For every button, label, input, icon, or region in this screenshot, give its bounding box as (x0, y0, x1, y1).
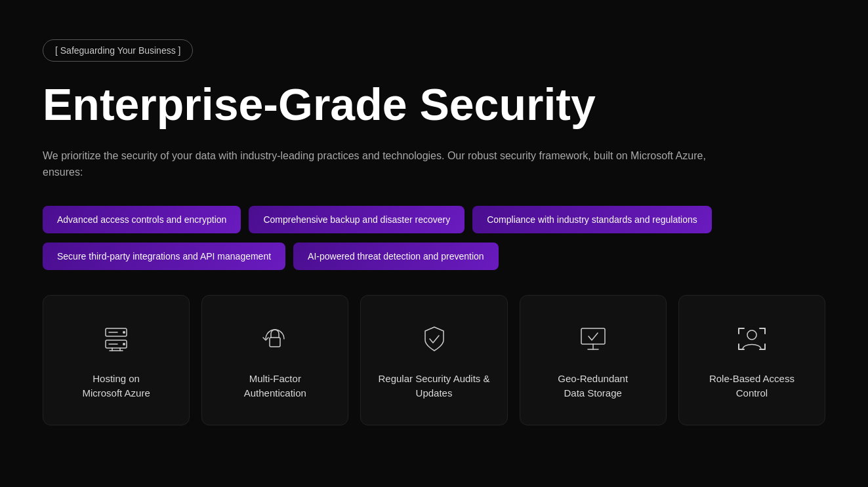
svg-rect-10 (581, 328, 605, 344)
card-mfa-label: Multi-FactorAuthentication (244, 372, 306, 401)
badge: [ Safeguarding Your Business ] (43, 39, 193, 62)
card-geo: Geo-RedundantData Storage (520, 295, 667, 425)
tag-compliance: Compliance with industry standards and r… (472, 206, 712, 233)
server-icon (99, 322, 133, 356)
card-azure: Hosting onMicrosoft Azure (43, 295, 190, 425)
card-geo-label: Geo-RedundantData Storage (558, 372, 628, 401)
tags-row-1: Advanced access controls and encryption … (43, 206, 825, 233)
svg-point-13 (747, 330, 756, 340)
svg-point-2 (123, 331, 125, 334)
tag-ai: AI-powered threat detection and preventi… (293, 243, 499, 270)
user-scan-icon (735, 322, 769, 356)
monitor-check-icon (576, 322, 610, 356)
svg-point-3 (123, 343, 125, 345)
svg-rect-9 (270, 338, 280, 347)
card-mfa: Multi-FactorAuthentication (201, 295, 348, 425)
card-rbac: Role-Based AccessControl (678, 295, 825, 425)
card-azure-label: Hosting onMicrosoft Azure (82, 372, 150, 401)
card-audits-label: Regular Security Audits &Updates (378, 372, 489, 401)
page-title: Enterprise-Grade Security (43, 80, 825, 129)
lock-rotate-icon (258, 322, 292, 356)
cards-row: Hosting onMicrosoft Azure Multi-FactorAu… (43, 295, 825, 425)
shield-check-icon (417, 322, 451, 356)
tags-row-2: Secure third-party integrations and API … (43, 243, 825, 270)
description-text: We prioritize the security of your data … (43, 147, 732, 181)
tag-api: Secure third-party integrations and API … (43, 243, 285, 270)
page-container: [ Safeguarding Your Business ] Enterpris… (0, 0, 868, 465)
card-audits: Regular Security Audits &Updates (360, 295, 507, 425)
card-rbac-label: Role-Based AccessControl (709, 372, 795, 401)
tag-access: Advanced access controls and encryption (43, 206, 241, 233)
badge-text: [ Safeguarding Your Business ] (55, 45, 180, 56)
tag-backup: Comprehensive backup and disaster recove… (249, 206, 465, 233)
